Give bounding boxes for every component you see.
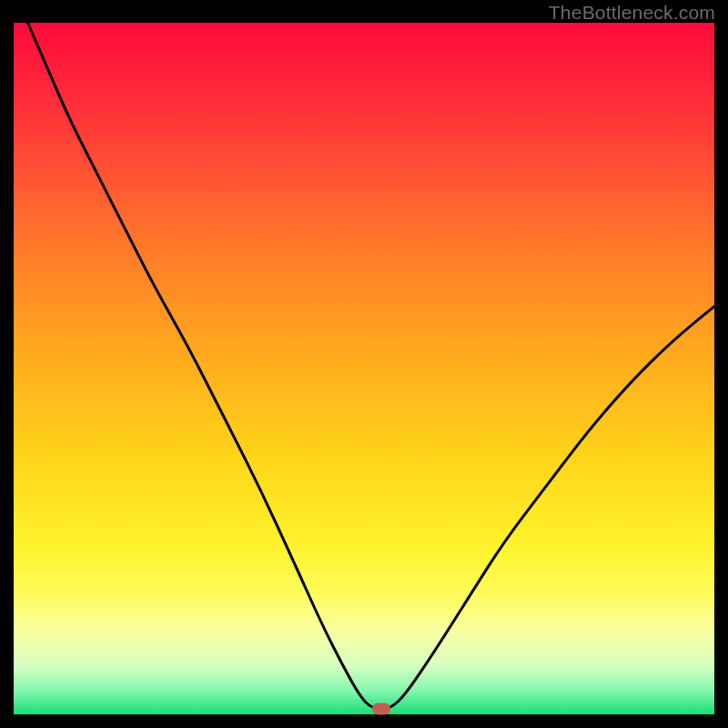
bottleneck-curve xyxy=(27,23,714,709)
chart-stage: TheBottleneck.com xyxy=(0,0,728,728)
optimal-point-marker xyxy=(372,703,390,714)
plot-area xyxy=(14,23,714,714)
watermark-text: TheBottleneck.com xyxy=(549,2,715,24)
curve-layer xyxy=(14,23,714,714)
